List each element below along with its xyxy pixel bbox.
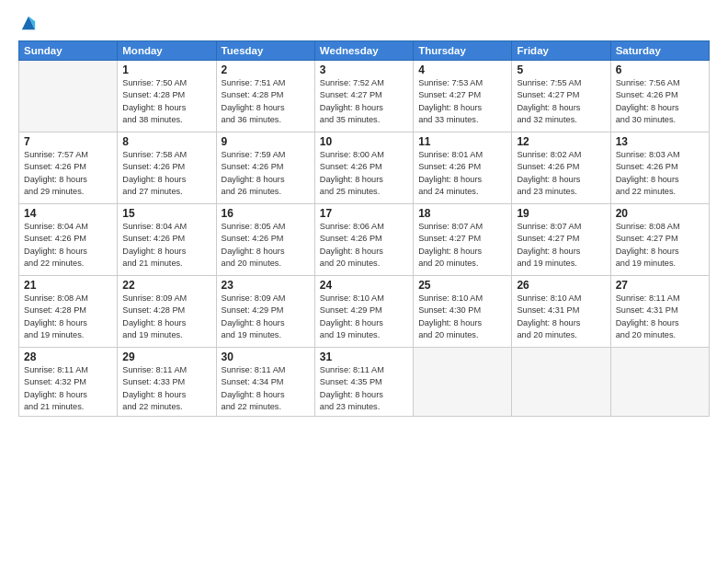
col-header-wednesday: Wednesday [314, 41, 413, 61]
calendar-week-row: 28Sunrise: 8:11 AM Sunset: 4:32 PM Dayli… [19, 348, 710, 417]
day-info: Sunrise: 8:07 AM Sunset: 4:27 PM Dayligh… [517, 221, 605, 270]
day-info: Sunrise: 8:04 AM Sunset: 4:26 PM Dayligh… [24, 221, 112, 270]
calendar-cell [512, 348, 610, 417]
day-info: Sunrise: 8:05 AM Sunset: 4:26 PM Dayligh… [222, 221, 310, 270]
col-header-tuesday: Tuesday [216, 41, 314, 61]
calendar-cell: 25Sunrise: 8:10 AM Sunset: 4:30 PM Dayli… [414, 276, 512, 348]
day-info: Sunrise: 7:51 AM Sunset: 4:28 PM Dayligh… [222, 77, 310, 126]
day-number: 6 [616, 63, 704, 76]
page: SundayMondayTuesdayWednesdayThursdayFrid… [0, 0, 728, 563]
day-number: 5 [517, 63, 605, 76]
calendar-cell [19, 61, 118, 132]
day-info: Sunrise: 8:08 AM Sunset: 4:27 PM Dayligh… [616, 221, 704, 270]
day-info: Sunrise: 8:10 AM Sunset: 4:31 PM Dayligh… [517, 293, 605, 341]
day-info: Sunrise: 7:50 AM Sunset: 4:28 PM Dayligh… [122, 77, 210, 126]
day-info: Sunrise: 8:11 AM Sunset: 4:33 PM Dayligh… [122, 364, 210, 413]
col-header-friday: Friday [512, 41, 610, 61]
calendar-cell: 22Sunrise: 8:09 AM Sunset: 4:28 PM Dayli… [118, 276, 216, 348]
day-info: Sunrise: 8:09 AM Sunset: 4:29 PM Dayligh… [222, 293, 310, 341]
day-info: Sunrise: 8:11 AM Sunset: 4:35 PM Dayligh… [320, 364, 408, 413]
calendar-cell: 24Sunrise: 8:10 AM Sunset: 4:29 PM Dayli… [314, 276, 413, 348]
day-info: Sunrise: 8:11 AM Sunset: 4:32 PM Dayligh… [24, 364, 112, 413]
calendar-cell: 21Sunrise: 8:08 AM Sunset: 4:28 PM Dayli… [19, 276, 118, 348]
day-info: Sunrise: 8:02 AM Sunset: 4:26 PM Dayligh… [517, 149, 605, 198]
day-number: 14 [24, 207, 112, 220]
calendar-cell: 18Sunrise: 8:07 AM Sunset: 4:27 PM Dayli… [414, 204, 512, 276]
day-info: Sunrise: 8:10 AM Sunset: 4:29 PM Dayligh… [320, 293, 408, 341]
day-number: 19 [517, 207, 605, 220]
day-info: Sunrise: 8:04 AM Sunset: 4:26 PM Dayligh… [122, 221, 210, 270]
calendar-week-row: 1Sunrise: 7:50 AM Sunset: 4:28 PM Daylig… [19, 61, 710, 132]
day-number: 10 [320, 135, 408, 148]
day-info: Sunrise: 7:56 AM Sunset: 4:26 PM Dayligh… [616, 77, 704, 126]
day-info: Sunrise: 8:00 AM Sunset: 4:26 PM Dayligh… [320, 149, 408, 198]
calendar-cell: 9Sunrise: 7:59 AM Sunset: 4:26 PM Daylig… [216, 132, 314, 204]
day-number: 4 [418, 63, 506, 76]
day-number: 7 [24, 135, 112, 148]
day-number: 22 [122, 279, 210, 292]
calendar-week-row: 14Sunrise: 8:04 AM Sunset: 4:26 PM Dayli… [19, 204, 710, 276]
day-number: 17 [320, 207, 408, 220]
day-number: 31 [320, 350, 408, 363]
col-header-monday: Monday [118, 41, 216, 61]
calendar-cell: 10Sunrise: 8:00 AM Sunset: 4:26 PM Dayli… [314, 132, 413, 204]
calendar-cell: 29Sunrise: 8:11 AM Sunset: 4:33 PM Dayli… [118, 348, 216, 417]
day-number: 18 [418, 207, 506, 220]
day-number: 20 [616, 207, 704, 220]
day-number: 29 [122, 350, 210, 363]
calendar-cell: 23Sunrise: 8:09 AM Sunset: 4:29 PM Dayli… [216, 276, 314, 348]
calendar-cell: 7Sunrise: 7:57 AM Sunset: 4:26 PM Daylig… [19, 132, 118, 204]
col-header-sunday: Sunday [19, 41, 118, 61]
day-number: 11 [418, 135, 506, 148]
calendar-cell: 15Sunrise: 8:04 AM Sunset: 4:26 PM Dayli… [118, 204, 216, 276]
day-info: Sunrise: 7:53 AM Sunset: 4:27 PM Dayligh… [418, 77, 506, 126]
day-info: Sunrise: 7:59 AM Sunset: 4:26 PM Dayligh… [222, 149, 310, 198]
day-number: 21 [24, 279, 112, 292]
col-header-thursday: Thursday [414, 41, 512, 61]
calendar-cell: 28Sunrise: 8:11 AM Sunset: 4:32 PM Dayli… [19, 348, 118, 417]
day-number: 24 [320, 279, 408, 292]
day-number: 30 [222, 350, 310, 363]
day-info: Sunrise: 8:03 AM Sunset: 4:26 PM Dayligh… [616, 149, 704, 198]
calendar-week-row: 21Sunrise: 8:08 AM Sunset: 4:28 PM Dayli… [19, 276, 710, 348]
day-number: 3 [320, 63, 408, 76]
calendar-cell: 31Sunrise: 8:11 AM Sunset: 4:35 PM Dayli… [314, 348, 413, 417]
day-info: Sunrise: 8:06 AM Sunset: 4:26 PM Dayligh… [320, 221, 408, 270]
day-info: Sunrise: 8:07 AM Sunset: 4:27 PM Dayligh… [418, 221, 506, 270]
calendar-header-row: SundayMondayTuesdayWednesdayThursdayFrid… [19, 41, 710, 61]
calendar-cell: 8Sunrise: 7:58 AM Sunset: 4:26 PM Daylig… [118, 132, 216, 204]
day-number: 13 [616, 135, 704, 148]
day-info: Sunrise: 8:09 AM Sunset: 4:28 PM Dayligh… [122, 293, 210, 341]
calendar-cell: 12Sunrise: 8:02 AM Sunset: 4:26 PM Dayli… [512, 132, 610, 204]
calendar-cell: 30Sunrise: 8:11 AM Sunset: 4:34 PM Dayli… [216, 348, 314, 417]
day-info: Sunrise: 8:01 AM Sunset: 4:26 PM Dayligh… [418, 149, 506, 198]
calendar-cell: 3Sunrise: 7:52 AM Sunset: 4:27 PM Daylig… [314, 61, 413, 132]
calendar-cell: 17Sunrise: 8:06 AM Sunset: 4:26 PM Dayli… [314, 204, 413, 276]
calendar-cell: 27Sunrise: 8:11 AM Sunset: 4:31 PM Dayli… [610, 276, 709, 348]
calendar-cell: 16Sunrise: 8:05 AM Sunset: 4:26 PM Dayli… [216, 204, 314, 276]
day-number: 25 [418, 279, 506, 292]
day-number: 27 [616, 279, 704, 292]
calendar-cell: 11Sunrise: 8:01 AM Sunset: 4:26 PM Dayli… [414, 132, 512, 204]
day-number: 28 [24, 350, 112, 363]
calendar-cell: 1Sunrise: 7:50 AM Sunset: 4:28 PM Daylig… [118, 61, 216, 132]
day-info: Sunrise: 8:11 AM Sunset: 4:31 PM Dayligh… [616, 293, 704, 341]
day-info: Sunrise: 7:55 AM Sunset: 4:27 PM Dayligh… [517, 77, 605, 126]
calendar-table: SundayMondayTuesdayWednesdayThursdayFrid… [18, 40, 710, 417]
day-number: 15 [122, 207, 210, 220]
day-number: 16 [222, 207, 310, 220]
calendar-cell: 13Sunrise: 8:03 AM Sunset: 4:26 PM Dayli… [610, 132, 709, 204]
day-number: 1 [122, 63, 210, 76]
day-info: Sunrise: 8:08 AM Sunset: 4:28 PM Dayligh… [24, 293, 112, 341]
calendar-cell [414, 348, 512, 417]
calendar-cell [610, 348, 709, 417]
calendar-cell: 4Sunrise: 7:53 AM Sunset: 4:27 PM Daylig… [414, 61, 512, 132]
day-info: Sunrise: 8:10 AM Sunset: 4:30 PM Dayligh… [418, 293, 506, 341]
calendar-cell: 5Sunrise: 7:55 AM Sunset: 4:27 PM Daylig… [512, 61, 610, 132]
calendar-cell: 6Sunrise: 7:56 AM Sunset: 4:26 PM Daylig… [610, 61, 709, 132]
day-number: 23 [222, 279, 310, 292]
calendar-cell: 20Sunrise: 8:08 AM Sunset: 4:27 PM Dayli… [610, 204, 709, 276]
header [18, 15, 710, 31]
logo [18, 15, 37, 31]
calendar-cell: 2Sunrise: 7:51 AM Sunset: 4:28 PM Daylig… [216, 61, 314, 132]
